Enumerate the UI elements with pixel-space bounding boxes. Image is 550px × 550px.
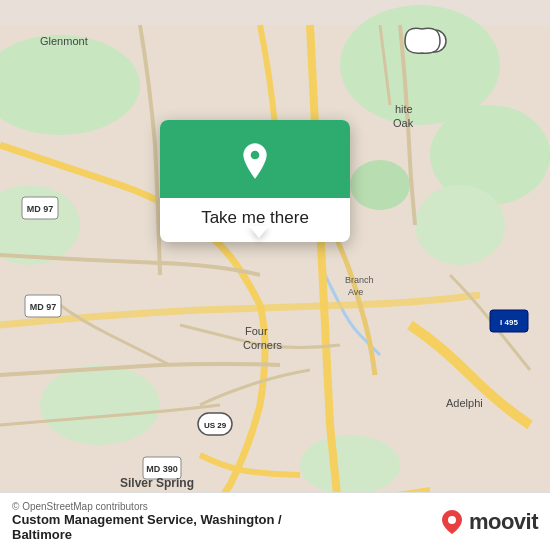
- popup-pointer: [249, 226, 269, 238]
- svg-point-4: [415, 185, 505, 265]
- svg-point-8: [350, 160, 410, 210]
- svg-text:Ave: Ave: [348, 287, 363, 297]
- map-background: MD 97 US 29 I 495 US 29 MD 97 MD 390 MD …: [0, 0, 550, 550]
- svg-point-33: [448, 516, 456, 524]
- svg-text:MD 390: MD 390: [146, 464, 178, 474]
- svg-text:MD 97: MD 97: [27, 204, 54, 214]
- svg-point-6: [40, 365, 160, 445]
- moovit-logo: moovit: [438, 508, 538, 536]
- location-name: Custom Management Service, Washington /: [12, 512, 282, 527]
- svg-text:I 495: I 495: [500, 318, 518, 327]
- location-pin-icon: [236, 142, 274, 180]
- svg-text:Four: Four: [245, 325, 268, 337]
- popup-green-area: [160, 120, 350, 198]
- svg-text:Branch: Branch: [345, 275, 374, 285]
- bottom-left-info: © OpenStreetMap contributors Custom Mana…: [12, 501, 282, 542]
- svg-text:US 29: US 29: [204, 421, 227, 430]
- svg-text:Glenmont: Glenmont: [40, 35, 88, 47]
- popup-card: Take me there: [160, 120, 350, 242]
- moovit-brand-text: moovit: [469, 509, 538, 535]
- map-container: MD 97 US 29 I 495 US 29 MD 97 MD 390 MD …: [0, 0, 550, 550]
- svg-point-32: [251, 151, 260, 160]
- location-name2: Baltimore: [12, 527, 282, 542]
- svg-text:Oak: Oak: [393, 117, 414, 129]
- svg-text:hite: hite: [395, 103, 413, 115]
- svg-text:Silver Spring: Silver Spring: [120, 476, 194, 490]
- moovit-pin-icon: [438, 508, 466, 536]
- svg-text:MD 97: MD 97: [30, 302, 57, 312]
- svg-text:Adelphi: Adelphi: [446, 397, 483, 409]
- svg-point-7: [300, 435, 400, 495]
- svg-text:Corners: Corners: [243, 339, 283, 351]
- bottom-bar: © OpenStreetMap contributors Custom Mana…: [0, 492, 550, 550]
- osm-attribution: © OpenStreetMap contributors: [12, 501, 282, 512]
